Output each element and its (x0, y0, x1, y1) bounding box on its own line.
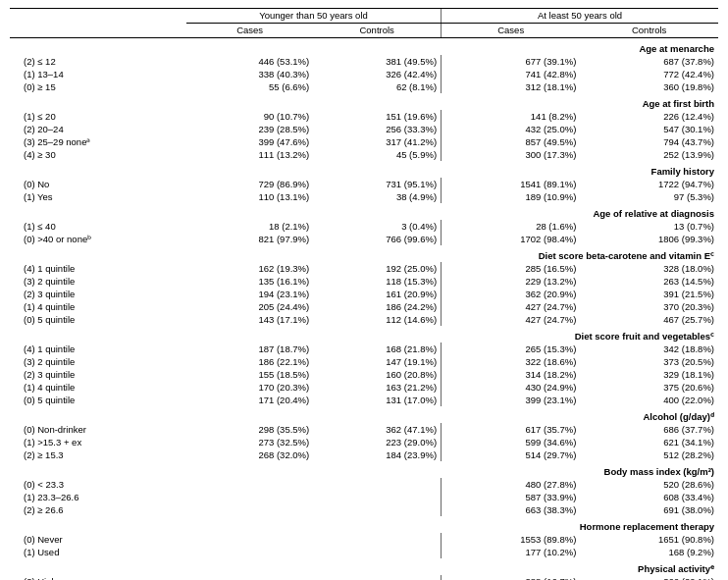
row-value: 162 (19.3%) (186, 262, 313, 275)
table-row: (0) Non-drinker298 (35.5%)362 (47.1%)617… (10, 423, 718, 436)
controls-header-1: Controls (313, 24, 441, 38)
table-row: (1) 4 quintile205 (24.4%)186 (24.2%)427 … (10, 300, 718, 313)
row-label: (4) 1 quintile (10, 262, 186, 275)
section-header: Diet score fruit and vegetablesᶜ (10, 326, 718, 343)
row-label: (0) Never (10, 533, 186, 546)
row-value: 1722 (94.7%) (580, 178, 718, 190)
row-value: 189 (10.9%) (442, 190, 581, 203)
row-value: 268 (32.0%) (186, 448, 313, 461)
table-row: (4) ≥ 30111 (13.2%)45 (5.9%)300 (17.3%)2… (10, 148, 718, 161)
row-label: (0) >40 or noneᵇ (10, 233, 186, 245)
row-value: 312 (18.1%) (442, 80, 581, 93)
table-row: (4) 1 quintile187 (18.7%)168 (21.8%)265 … (10, 343, 718, 355)
row-value: 155 (18.5%) (186, 368, 313, 381)
row-value (186, 575, 313, 580)
row-value: 617 (35.7%) (442, 423, 581, 436)
row-label: (1) 13–14 (10, 68, 186, 80)
row-value: 194 (23.1%) (186, 288, 313, 300)
row-value: 373 (20.5%) (580, 355, 718, 368)
row-value: 621 (34.1%) (580, 436, 718, 448)
row-value: 141 (8.2%) (442, 110, 581, 123)
table-row: (2) 3 quintile155 (18.5%)160 (20.8%)314 … (10, 368, 718, 381)
row-label: (2) ≤ 12 (10, 55, 186, 68)
row-value: 366 (20.1%) (580, 575, 718, 580)
cases-header-1: Cases (186, 24, 313, 38)
table-row: (1) >15.3 + ex273 (32.5%)223 (29.0%)599 … (10, 436, 718, 448)
row-value: 147 (19.1%) (313, 355, 441, 368)
section-title: Physical activityᵉ (10, 558, 718, 575)
row-value: 13 (0.7%) (580, 220, 718, 233)
row-value: 177 (10.2%) (442, 546, 581, 558)
row-value: 111 (13.2%) (186, 148, 313, 161)
row-value: 663 (38.3%) (442, 503, 581, 516)
table-row: (1) 23.3–26.6587 (33.9%)608 (33.4%) (10, 491, 718, 503)
section-title: Age at menarche (10, 38, 718, 56)
row-value: 766 (99.6%) (313, 233, 441, 245)
section-header: Physical activityᵉ (10, 558, 718, 575)
row-value: 256 (33.3%) (313, 123, 441, 135)
row-label: (3) 2 quintile (10, 275, 186, 288)
row-label: (1) 4 quintile (10, 300, 186, 313)
row-value: 163 (21.2%) (313, 381, 441, 394)
controls-header-2: Controls (580, 24, 718, 38)
row-value (313, 546, 441, 558)
section-header: Age at first birth (10, 93, 718, 110)
section-title: Hormone replacement therapy (10, 516, 718, 533)
section-header: Age of relative at diagnosis (10, 203, 718, 220)
row-value: 794 (43.7%) (580, 135, 718, 148)
row-value (313, 575, 441, 580)
row-value: 821 (97.9%) (186, 233, 313, 245)
table-row: (0) 5 quintile143 (17.1%)112 (14.6%)427 … (10, 313, 718, 326)
table-row: (1) 13–14338 (40.3%)326 (42.4%)741 (42.8… (10, 68, 718, 80)
row-value: 110 (13.1%) (186, 190, 313, 203)
row-value: 168 (9.2%) (580, 546, 718, 558)
row-label: (4) ≥ 30 (10, 148, 186, 161)
cases-header-2: Cases (442, 24, 581, 38)
row-label: (3) 2 quintile (10, 355, 186, 368)
row-value (313, 503, 441, 516)
row-label: (1) 4 quintile (10, 381, 186, 394)
row-value: 322 (18.6%) (442, 355, 581, 368)
row-value: 288 (16.7%) (442, 575, 581, 580)
row-value: 118 (15.3%) (313, 275, 441, 288)
row-value: 338 (40.3%) (186, 68, 313, 80)
section-header: Age at menarche (10, 38, 718, 56)
row-value: 205 (24.4%) (186, 300, 313, 313)
row-value: 184 (23.9%) (313, 448, 441, 461)
row-value: 741 (42.8%) (442, 68, 581, 80)
section-title: Age of relative at diagnosis (10, 203, 718, 220)
row-value: 300 (17.3%) (442, 148, 581, 161)
row-value: 427 (24.7%) (442, 300, 581, 313)
row-value: 265 (15.3%) (442, 343, 581, 355)
section-header: Alcohol (g/day)ᵈ (10, 406, 718, 423)
row-value (313, 533, 441, 546)
row-value (186, 478, 313, 491)
row-value: 362 (20.9%) (442, 288, 581, 300)
table-row: (0) 5 quintile171 (20.4%)131 (17.0%)399 … (10, 394, 718, 406)
row-label: (4) 1 quintile (10, 343, 186, 355)
row-value: 1651 (90.8%) (580, 533, 718, 546)
table-row: (0) Never1553 (89.8%)1651 (90.8%) (10, 533, 718, 546)
row-value: 223 (29.0%) (313, 436, 441, 448)
row-value: 285 (16.5%) (442, 262, 581, 275)
row-value: 857 (49.5%) (442, 135, 581, 148)
table-row: (2) ≤ 12446 (53.1%)381 (49.5%)677 (39.1%… (10, 55, 718, 68)
row-value: 97 (5.3%) (580, 190, 718, 203)
row-value: 677 (39.1%) (442, 55, 581, 68)
group1-header: Younger than 50 years old (186, 9, 442, 24)
row-value: 686 (37.7%) (580, 423, 718, 436)
row-value: 90 (10.7%) (186, 110, 313, 123)
table-row: (2) ≥ 26.6663 (38.3%)691 (38.0%) (10, 503, 718, 516)
table-row: (0) No729 (86.9%)731 (95.1%)1541 (89.1%)… (10, 178, 718, 190)
row-value: 1541 (89.1%) (442, 178, 581, 190)
row-value: 514 (29.7%) (442, 448, 581, 461)
row-value: 446 (53.1%) (186, 55, 313, 68)
table-row: (1) ≤ 2090 (10.7%)151 (19.6%)141 (8.2%)2… (10, 110, 718, 123)
row-value: 1806 (99.3%) (580, 233, 718, 245)
row-value: 381 (49.5%) (313, 55, 441, 68)
row-value: 131 (17.0%) (313, 394, 441, 406)
row-value: 55 (6.6%) (186, 80, 313, 93)
row-label: (1) Used (10, 546, 186, 558)
row-value: 432 (25.0%) (442, 123, 581, 135)
row-label: (1) ≤ 40 (10, 220, 186, 233)
